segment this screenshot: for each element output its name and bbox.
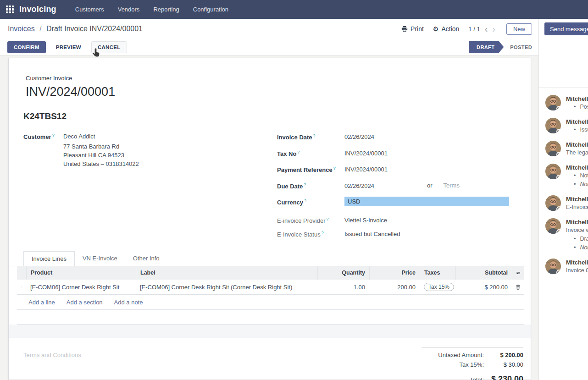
- message-line: Invoice C: [566, 266, 588, 275]
- help-marker-icon: ?: [333, 166, 336, 171]
- einvoice-status-field: Issued but Cancelled: [344, 230, 400, 237]
- payment-reference-field[interactable]: INV/2024/00001: [344, 165, 388, 173]
- trash-icon: [516, 284, 520, 290]
- line-product-cell[interactable]: [E-COM06] Corner Desk Right Sit: [26, 284, 136, 291]
- column-header-quantity[interactable]: Quantity: [317, 266, 369, 280]
- message-line: The lega: [566, 149, 588, 157]
- nav-item-vendors[interactable]: Vendors: [111, 0, 147, 19]
- tab-invoice-lines[interactable]: Invoice Lines: [23, 251, 75, 266]
- column-header-product[interactable]: Product: [26, 266, 136, 280]
- add-a-section-link[interactable]: Add a section: [67, 299, 103, 306]
- customer-field-label: Customer?: [23, 133, 63, 244]
- nav-item-customers[interactable]: Customers: [68, 0, 111, 19]
- tax-badge[interactable]: Tax 15%: [424, 283, 454, 291]
- chatter-message[interactable]: Mitchell E-Invoice: [545, 195, 588, 212]
- printer-icon: [401, 26, 408, 32]
- state-posted[interactable]: POSTED: [510, 44, 532, 50]
- new-button[interactable]: New: [506, 23, 532, 35]
- statusbar-row: CONFIRM PREVIEW CANCEL DRAFT POSTED: [0, 39, 538, 55]
- empty-table-space: [17, 310, 524, 325]
- due-date-label: Due Date?: [277, 182, 344, 190]
- chatter-message[interactable]: Mitchell Invoice v Draf None: [545, 218, 588, 252]
- avatar[interactable]: [545, 164, 561, 179]
- state-draft[interactable]: DRAFT: [469, 41, 504, 53]
- add-a-line-link[interactable]: Add a line: [28, 299, 55, 306]
- invoice-number: INV/2024/00001: [26, 85, 531, 99]
- chatter-message[interactable]: Mitchell Post: [545, 95, 588, 111]
- message-status-icon: [556, 129, 562, 134]
- tab-vn-einvoice[interactable]: VN E-Invoice: [75, 251, 125, 266]
- column-header-taxes[interactable]: Taxes: [420, 266, 455, 280]
- column-header-subtotal[interactable]: Subtotal: [455, 266, 512, 280]
- payment-terms-link[interactable]: Terms: [444, 182, 460, 189]
- avatar[interactable]: [545, 259, 561, 274]
- message-author[interactable]: Mitchell: [566, 195, 588, 203]
- invoice-date-field[interactable]: 02/26/2024: [344, 133, 374, 140]
- untaxed-amount-label: Untaxed Amount:: [438, 352, 484, 358]
- help-marker-icon: ?: [297, 150, 300, 154]
- action-button[interactable]: ⚙ Action: [433, 25, 459, 33]
- nav-item-reporting[interactable]: Reporting: [146, 0, 186, 19]
- currency-field[interactable]: USD: [344, 197, 509, 206]
- add-row: Add a line Add a section Add a note: [17, 295, 524, 310]
- pager-previous-icon[interactable]: ‹: [485, 24, 488, 33]
- customer-name-field[interactable]: Deco Addict: [63, 133, 139, 140]
- control-panel: Invoices / Draft Invoice INV/2024/00001 …: [0, 19, 538, 39]
- message-author[interactable]: Mitchell: [566, 259, 588, 266]
- add-a-note-link[interactable]: Add a note: [114, 299, 143, 306]
- message-status-icon: [556, 175, 562, 180]
- avatar[interactable]: [545, 95, 561, 110]
- totals-block: Untaxed Amount: $ 200.00 Tax 15%: $ 30.0…: [422, 347, 523, 380]
- column-header-price[interactable]: Price: [369, 266, 420, 280]
- breadcrumb-separator: /: [39, 25, 41, 33]
- avatar[interactable]: [545, 195, 561, 211]
- breadcrumb-invoices-link[interactable]: Invoices: [8, 25, 35, 33]
- drag-handle-icon[interactable]: [17, 284, 26, 290]
- tax-no-field[interactable]: INV/2024/00001: [344, 149, 388, 157]
- document-type-label: Customer Invoice: [26, 75, 531, 82]
- message-author[interactable]: Mitchell: [566, 95, 588, 103]
- line-taxes-cell: Tax 15%: [420, 283, 455, 291]
- einvoice-provider-label: E-invoice Provider?: [277, 216, 344, 224]
- pager-counter: 1 / 1: [468, 26, 480, 33]
- cancel-button[interactable]: CANCEL: [91, 41, 127, 53]
- message-line: None: [566, 243, 588, 252]
- avatar[interactable]: [545, 218, 561, 234]
- avatar[interactable]: [545, 118, 561, 133]
- avatar[interactable]: [545, 141, 561, 156]
- payment-reference-label: Payment Reference?: [277, 165, 344, 173]
- message-status-icon: [556, 270, 562, 275]
- line-quantity-cell[interactable]: 1.00: [317, 284, 369, 291]
- line-label-cell[interactable]: [E-COM06] Corner Desk Right Sit (Corner …: [136, 284, 317, 291]
- message-author[interactable]: Mitchell: [566, 164, 588, 171]
- apps-grid-icon[interactable]: [6, 6, 14, 13]
- chatter-message[interactable]: Mitchell Not None: [545, 164, 588, 189]
- untaxed-amount-value: $ 200.00: [484, 352, 523, 358]
- nav-item-configuration[interactable]: Configuration: [186, 0, 235, 19]
- invoice-lines-table: Product Label Quantity Price Taxes Subto…: [17, 266, 524, 325]
- terms-and-conditions-input[interactable]: Terms and Conditions: [23, 352, 81, 358]
- due-date-field[interactable]: 02/26/2024: [344, 182, 427, 189]
- preview-button[interactable]: PREVIEW: [50, 41, 88, 53]
- tab-other-info[interactable]: Other Info: [125, 251, 167, 266]
- send-message-button[interactable]: Send message: [544, 22, 588, 35]
- currency-label: Currency?: [277, 198, 344, 206]
- pager-next-icon[interactable]: ›: [492, 24, 495, 33]
- optional-columns-button[interactable]: [512, 266, 524, 280]
- app-name[interactable]: Invoicing: [19, 5, 56, 14]
- chatter-message[interactable]: Mitchell The lega: [545, 141, 588, 157]
- delete-line-button[interactable]: [512, 284, 524, 290]
- app-window: Invoicing Customers Vendors Reporting Co…: [0, 0, 588, 380]
- invoice-line-row[interactable]: [E-COM06] Corner Desk Right Sit [E-COM06…: [17, 280, 524, 295]
- message-author[interactable]: Mitchell: [566, 218, 588, 226]
- print-button[interactable]: Print: [401, 25, 424, 33]
- chatter-message[interactable]: Mitchell Invoice C: [545, 259, 588, 275]
- line-price-cell[interactable]: 200.00: [369, 284, 420, 291]
- message-author[interactable]: Mitchell: [566, 118, 588, 126]
- notebook-tabs: Invoice Lines VN E-Invoice Other Info: [9, 251, 531, 266]
- column-header-label[interactable]: Label: [136, 266, 317, 280]
- message-author[interactable]: Mitchell: [566, 141, 588, 149]
- table-header-row: Product Label Quantity Price Taxes Subto…: [17, 266, 524, 280]
- confirm-button[interactable]: CONFIRM: [7, 41, 46, 53]
- chatter-message[interactable]: Mitchell Issue: [545, 118, 588, 134]
